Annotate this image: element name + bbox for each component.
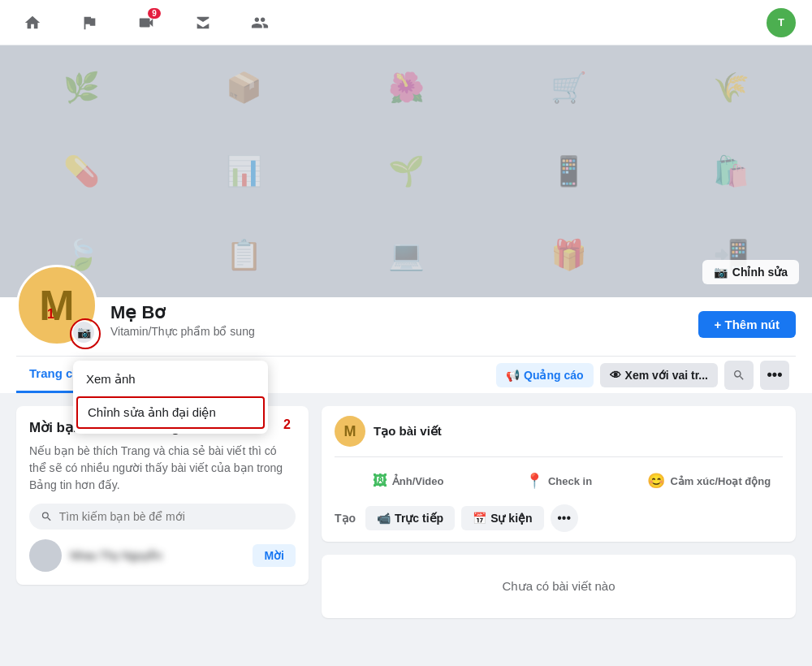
search-nav-button[interactable] (724, 361, 754, 390)
people-nav-icon[interactable] (244, 6, 276, 39)
store-nav-icon[interactable] (187, 6, 219, 39)
feeling-button[interactable]: 😊 Cảm xúc/Hoạt động (636, 465, 783, 496)
avatar-wrapper: M 📷 1 (16, 265, 97, 346)
search-friends-wrap[interactable] (29, 504, 296, 530)
cover-edit-label: Chỉnh sửa (732, 266, 788, 279)
checkin-label: Check in (548, 475, 592, 487)
profile-info: Mẹ Bơ Vitamin/Thực phẩm bổ sung (110, 302, 685, 346)
top-navigation: 9 T (0, 0, 812, 45)
profile-top: M 📷 1 Mẹ Bơ Vitamin/Thực phẩm bổ sung + … (16, 297, 796, 356)
create-post-top: M Tạo bài viết (335, 416, 783, 447)
avatar-camera-button[interactable]: 📷 (71, 320, 96, 344)
view-as-button[interactable]: 👁 Xem với vai tr... (600, 363, 718, 387)
add-button-btn[interactable]: + Thêm nút (698, 311, 796, 338)
nav-left-icons: 9 (16, 6, 276, 39)
add-button-label: + Thêm nút (715, 318, 780, 331)
profile-category: Vitamin/Thực phẩm bổ sung (110, 325, 685, 338)
eye-icon: 👁 (610, 369, 621, 382)
post-bottom-row: Tạo 📹 Trực tiếp 📅 Sự kiện ••• (335, 504, 783, 532)
friend-name: Nhau Thy Nguyễn (70, 549, 244, 562)
more-dots-icon: ••• (767, 366, 783, 383)
cover-photo: 🌿 📦 🌺 🛒 🌾 💊 📊 🌱 📱 🛍️ 🍃 📋 💻 🎁 📲 📷 Chỉnh s… (0, 45, 812, 297)
cover-pattern: 🌿 📦 🌺 🛒 🌾 💊 📊 🌱 📱 🛍️ 🍃 📋 💻 🎁 📲 (0, 45, 812, 297)
step-label-2: 2 (283, 417, 291, 432)
more-post-options-button[interactable]: ••• (551, 504, 578, 532)
live-button[interactable]: 📹 Trực tiếp (365, 506, 455, 530)
photo-video-label: Ảnh/Video (392, 475, 444, 487)
context-menu: Xem ảnh Chỉnh sửa ảnh đại diện (73, 361, 268, 434)
camera-small-icon: 📷 (77, 326, 91, 339)
invite-friends-desc: Nếu bạn bè thích Trang và chia sẻ bài vi… (29, 443, 296, 494)
video-badge: 9 (148, 8, 161, 19)
feeling-label: Cảm xúc/Hoạt động (670, 475, 771, 487)
context-menu-container: Xem ảnh Chỉnh sửa ảnh đại diện 2 (73, 361, 268, 434)
camera-icon: 📷 (714, 266, 728, 279)
step-label-1: 1 (47, 307, 54, 322)
context-menu-view-photo[interactable]: Xem ảnh (73, 364, 268, 395)
post-avatar: M (335, 416, 365, 447)
no-posts-label: Chưa có bài viết nào (502, 579, 615, 593)
live-icon: 📹 (377, 512, 391, 525)
create-post-card: M Tạo bài viết 🖼 Ảnh/Video 📍 Check in 😊 … (322, 406, 796, 542)
event-button[interactable]: 📅 Sự kiện (461, 506, 543, 530)
search-icon (732, 369, 745, 382)
create-label: Tạo (335, 512, 356, 525)
invite-friend-button[interactable]: Mời (253, 544, 296, 567)
profile-name: Mẹ Bơ (110, 302, 685, 323)
flag-nav-icon[interactable] (73, 6, 106, 39)
cover-edit-button[interactable]: 📷 Chỉnh sửa (702, 260, 799, 284)
dots-icon: ••• (557, 511, 571, 525)
event-label: Sự kiện (490, 512, 532, 525)
friend-avatar (29, 539, 62, 572)
context-menu-edit-avatar[interactable]: Chỉnh sửa ảnh đại diện (76, 396, 265, 429)
feeling-icon: 😊 (647, 472, 665, 490)
profile-nav-actions: 📢 Quảng cáo 👁 Xem với vai tr... ••• (496, 361, 796, 390)
right-column: M Tạo bài viết 🖼 Ảnh/Video 📍 Check in 😊 … (322, 406, 796, 618)
profile-actions: + Thêm nút (698, 311, 796, 346)
photo-icon: 🖼 (373, 473, 387, 490)
live-label: Trực tiếp (395, 512, 443, 525)
home-nav-icon[interactable] (16, 6, 49, 39)
megaphone-icon: 📢 (506, 369, 520, 382)
no-posts-card: Chưa có bài viết nào (322, 555, 796, 618)
checkin-button[interactable]: 📍 Check in (485, 465, 632, 496)
video-nav-icon[interactable]: 9 (130, 6, 162, 39)
ads-label: Quảng cáo (524, 369, 584, 382)
search-friends-input[interactable] (59, 510, 284, 523)
post-actions-row: 🖼 Ảnh/Video 📍 Check in 😊 Cảm xúc/Hoạt độ… (335, 456, 783, 496)
search-friends-icon (41, 510, 53, 523)
event-icon: 📅 (473, 512, 486, 525)
user-avatar[interactable]: T (767, 8, 796, 37)
friend-suggestion-item: Nhau Thy Nguyễn Mời (29, 539, 296, 572)
photo-video-button[interactable]: 🖼 Ảnh/Video (335, 465, 482, 496)
left-column: Mời bạn bè thích Trang Nếu bạn bè thích … (16, 406, 309, 618)
more-nav-button[interactable]: ••• (760, 361, 789, 390)
ads-button[interactable]: 📢 Quảng cáo (496, 363, 594, 387)
checkin-icon: 📍 (525, 472, 543, 490)
profile-section: M 📷 1 Mẹ Bơ Vitamin/Thực phẩm bổ sung + … (0, 297, 812, 393)
view-as-label: Xem với vai tr... (625, 369, 708, 382)
create-post-title: Tạo bài viết (374, 424, 442, 439)
